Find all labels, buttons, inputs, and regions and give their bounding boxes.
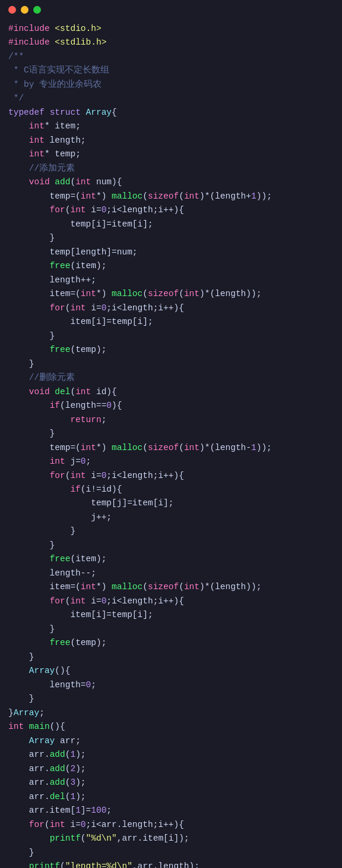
window: #include <stdio.h> #include <stdlib.h> /… bbox=[0, 0, 342, 868]
code-content: #include <stdio.h> #include <stdlib.h> /… bbox=[0, 18, 342, 868]
title-bar bbox=[0, 0, 342, 18]
maximize-button[interactable] bbox=[33, 6, 41, 14]
minimize-button[interactable] bbox=[21, 6, 28, 14]
close-button[interactable] bbox=[8, 6, 16, 14]
